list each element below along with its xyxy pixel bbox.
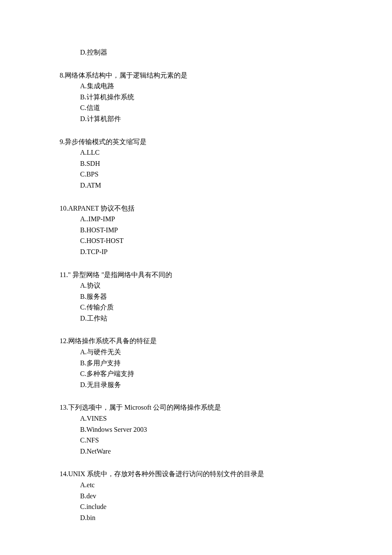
- option-line: A.协议: [60, 280, 332, 291]
- option-line: A.VINES: [60, 413, 332, 424]
- option-line: A.与硬件无关: [60, 347, 332, 358]
- option-text: D.ATM: [80, 182, 101, 189]
- option-line: A.LLC: [60, 147, 332, 158]
- option-text: B.多用户支持: [80, 359, 121, 367]
- option-text: C.信道: [80, 104, 100, 111]
- option-text: D.工作站: [80, 315, 107, 322]
- option-text: B.dev: [80, 492, 96, 500]
- option-text: A..IMP-IMP: [80, 215, 115, 223]
- question-number: 12.: [60, 337, 68, 344]
- option-line: B.SDH: [60, 158, 332, 169]
- option-text: D.TCP-IP: [80, 248, 107, 255]
- option-text: B.服务器: [80, 293, 107, 300]
- question-number: 14.: [60, 470, 68, 477]
- orphan-option: D.控制器: [60, 47, 332, 58]
- option-text: C.NFS: [80, 436, 99, 444]
- question-stem-text: 网络体系结构中，属于逻辑结构元素的是: [65, 72, 187, 79]
- question-block: 14.UNIX 系统中，存放对各种外围设备进行访问的特别文件的目录是A.etcB…: [60, 468, 332, 523]
- question-block: 11." 异型网络 "是指网络中具有不同的A.协议B.服务器C.传输介质D.工作…: [60, 269, 332, 324]
- question-number: 9.: [60, 138, 65, 145]
- option-line: A.集成电路: [60, 81, 332, 92]
- question-block: 12.网络操作系统不具备的特征是A.与硬件无关B.多用户支持C.多种客户端支持D…: [60, 335, 332, 390]
- option-line: D.ATM: [60, 180, 332, 191]
- option-text: B.HOST-IMP: [80, 226, 118, 234]
- question-number: 8.: [60, 72, 65, 79]
- option-line: D.NetWare: [60, 446, 332, 457]
- option-text: C.HOST-HOST: [80, 237, 124, 244]
- option-line: B.Windows Server 2003: [60, 424, 332, 435]
- option-line: B.计算机操作系统: [60, 92, 332, 103]
- option-text: C.多种客户端支持: [80, 370, 134, 377]
- question-stem-text: " 异型网络 "是指网络中具有不同的: [68, 271, 172, 278]
- option-line: C.BPS: [60, 169, 332, 180]
- question-stem: 12.网络操作系统不具备的特征是: [60, 335, 332, 347]
- option-text: A.LLC: [80, 149, 100, 156]
- option-text: B.计算机操作系统: [80, 93, 134, 101]
- option-line: D.工作站: [60, 313, 332, 324]
- question-block: 8.网络体系结构中，属于逻辑结构元素的是A.集成电路B.计算机操作系统C.信道D…: [60, 70, 332, 124]
- questions-container: 8.网络体系结构中，属于逻辑结构元素的是A.集成电路B.计算机操作系统C.信道D…: [60, 70, 332, 523]
- option-text: D.无目录服务: [80, 381, 121, 388]
- question-stem: 8.网络体系结构中，属于逻辑结构元素的是: [60, 70, 332, 81]
- question-stem: 9.异步传输模式的英文缩写是: [60, 136, 332, 147]
- option-line: D.无目录服务: [60, 379, 332, 390]
- option-text: A.与硬件无关: [80, 348, 121, 356]
- option-line: C.信道: [60, 102, 332, 113]
- question-stem-text: 网络操作系统不具备的特征是: [68, 337, 157, 344]
- question-stem-text: ARPANET 协议不包括: [68, 205, 135, 212]
- option-text: D.计算机部件: [80, 115, 121, 122]
- question-block: 10.ARPANET 协议不包括A..IMP-IMPB.HOST-IMPC.HO…: [60, 203, 332, 257]
- option-text: C.传输介质: [80, 304, 114, 311]
- question-block: 13.下列选项中，属于 Microsoft 公司的网络操作系统是A.VINESB…: [60, 402, 332, 457]
- question-number: 11.: [60, 271, 68, 278]
- question-number: 10.: [60, 205, 68, 212]
- option-text: D.NetWare: [80, 448, 111, 455]
- option-line: A.etc: [60, 480, 332, 491]
- question-stem-text: 异步传输模式的英文缩写是: [65, 138, 147, 145]
- question-stem-text: 下列选项中，属于 Microsoft 公司的网络操作系统是: [68, 404, 221, 411]
- option-line: B.dev: [60, 491, 332, 502]
- option-line: D.计算机部件: [60, 113, 332, 124]
- option-line: C.多种客户端支持: [60, 368, 332, 379]
- option-text: A.etc: [80, 481, 95, 489]
- option-text: B.Windows Server 2003: [80, 426, 147, 433]
- option-line: C.include: [60, 501, 332, 512]
- question-number: 13.: [60, 404, 68, 411]
- question-stem: 10.ARPANET 协议不包括: [60, 203, 332, 214]
- option-line: C.NFS: [60, 435, 332, 446]
- option-text: C.include: [80, 503, 107, 510]
- question-stem: 11." 异型网络 "是指网络中具有不同的: [60, 269, 332, 280]
- option-line: D.TCP-IP: [60, 246, 332, 257]
- option-text: C.BPS: [80, 171, 98, 178]
- option-text: A.VINES: [80, 415, 107, 422]
- question-stem: 13.下列选项中，属于 Microsoft 公司的网络操作系统是: [60, 402, 332, 413]
- option-line: D.bin: [60, 512, 332, 523]
- option-text: B.SDH: [80, 160, 100, 167]
- question-block: 9.异步传输模式的英文缩写是A.LLCB.SDHC.BPSD.ATM: [60, 136, 332, 191]
- orphan-option-text: D.控制器: [80, 49, 107, 56]
- question-stem: 14.UNIX 系统中，存放对各种外围设备进行访问的特别文件的目录是: [60, 468, 332, 480]
- option-text: A.协议: [80, 282, 101, 289]
- option-line: B.多用户支持: [60, 358, 332, 369]
- option-line: B.服务器: [60, 291, 332, 302]
- option-line: B.HOST-IMP: [60, 225, 332, 236]
- question-stem-text: UNIX 系统中，存放对各种外围设备进行访问的特别文件的目录是: [68, 470, 264, 477]
- option-text: D.bin: [80, 514, 95, 521]
- option-line: A..IMP-IMP: [60, 214, 332, 225]
- option-line: C.HOST-HOST: [60, 235, 332, 246]
- option-line: C.传输介质: [60, 302, 332, 313]
- option-text: A.集成电路: [80, 82, 114, 90]
